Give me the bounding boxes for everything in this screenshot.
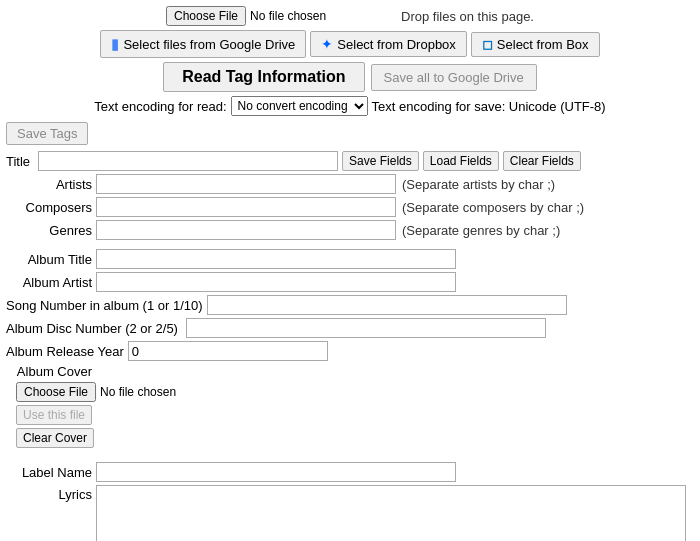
encoding-save-label: Text encoding for save: Unicode (UTF-8)	[372, 99, 606, 114]
genres-input[interactable]	[96, 220, 396, 240]
lyrics-label: Lyrics	[6, 485, 96, 502]
artists-hint: (Separate artists by char ;)	[402, 177, 555, 192]
album-title-input[interactable]	[96, 249, 456, 269]
song-number-label: Song Number in album (1 or 1/10)	[6, 298, 207, 313]
google-drive-label: Select files from Google Drive	[123, 37, 295, 52]
encoding-read-label: Text encoding for read:	[94, 99, 226, 114]
lyrics-textarea[interactable]	[96, 485, 686, 541]
drop-text: Drop files on this page.	[401, 9, 534, 24]
composers-input[interactable]	[96, 197, 396, 217]
genres-hint: (Separate genres by char ;)	[402, 223, 560, 238]
title-input[interactable]	[38, 151, 338, 171]
label-name-label: Label Name	[6, 465, 96, 480]
save-drive-button: Save all to Google Drive	[371, 64, 537, 91]
save-tags-button[interactable]: Save Tags	[6, 122, 88, 145]
release-year-input[interactable]	[128, 341, 328, 361]
dropbox-icon: ✦	[321, 36, 333, 52]
album-artist-label: Album Artist	[6, 275, 96, 290]
clear-fields-button[interactable]: Clear Fields	[503, 151, 581, 171]
clear-cover-button[interactable]: Clear Cover	[16, 428, 94, 448]
album-artist-input[interactable]	[96, 272, 456, 292]
artists-input[interactable]	[96, 174, 396, 194]
google-drive-button[interactable]: ▮ Select files from Google Drive	[100, 30, 306, 58]
disc-number-label: Album Disc Number (2 or 2/5)	[6, 321, 186, 336]
dropbox-button[interactable]: ✦ Select from Dropbox	[310, 31, 467, 57]
composers-label: Composers	[6, 200, 96, 215]
composers-hint: (Separate composers by char ;)	[402, 200, 584, 215]
save-fields-button[interactable]: Save Fields	[342, 151, 419, 171]
box-icon: ◻	[482, 37, 493, 52]
disc-number-input[interactable]	[186, 318, 546, 338]
album-cover-label: Album Cover	[6, 364, 96, 379]
use-file-button[interactable]: Use this file	[16, 405, 92, 425]
box-label: Select from Box	[497, 37, 589, 52]
title-label: Title	[6, 154, 30, 169]
read-tag-button[interactable]: Read Tag Information	[163, 62, 364, 92]
artists-label: Artists	[6, 177, 96, 192]
load-fields-button[interactable]: Load Fields	[423, 151, 499, 171]
box-button[interactable]: ◻ Select from Box	[471, 32, 600, 57]
cover-file-input[interactable]	[16, 382, 243, 402]
release-year-label: Album Release Year	[6, 344, 128, 359]
song-number-input[interactable]	[207, 295, 567, 315]
gdrive-icon: ▮	[111, 35, 119, 53]
file-input[interactable]	[166, 6, 393, 26]
dropbox-label: Select from Dropbox	[337, 37, 456, 52]
encoding-select[interactable]: No convert encodingUTF-8ISO-8859-1Window…	[231, 96, 368, 116]
genres-label: Genres	[6, 223, 96, 238]
label-name-input[interactable]	[96, 462, 456, 482]
album-title-label: Album Title	[6, 252, 96, 267]
